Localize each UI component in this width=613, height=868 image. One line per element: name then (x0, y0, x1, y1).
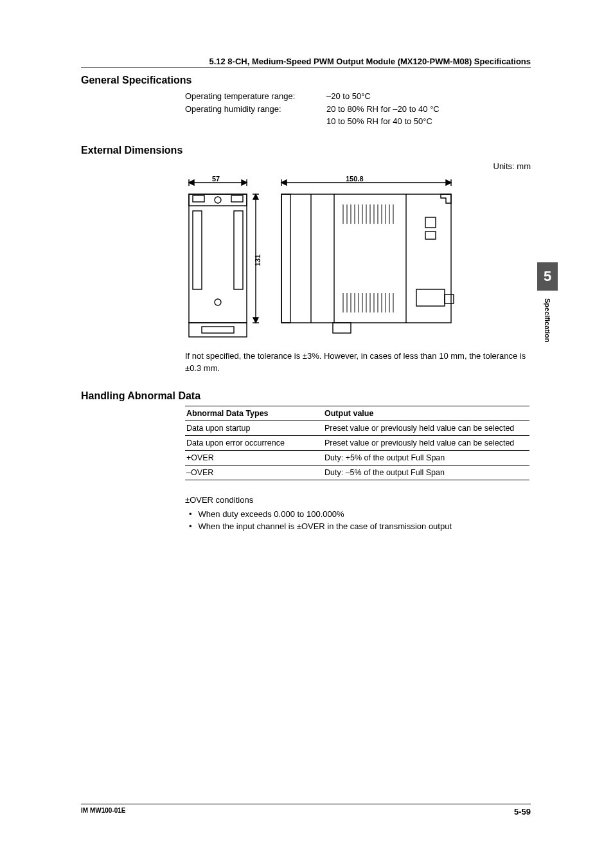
running-header-text: 5.12 8-CH, Medium-Speed PWM Output Modul… (81, 57, 531, 66)
svg-rect-26 (281, 194, 290, 323)
svg-marker-23 (281, 180, 287, 185)
spec-label: Operating humidity range: (185, 103, 326, 116)
footer-page-number: 5-59 (514, 807, 531, 817)
module-drawing (185, 176, 468, 343)
condition-item: When the input channel is ±OVER in the c… (185, 521, 531, 533)
svg-marker-19 (253, 318, 258, 323)
spec-value: 10 to 50% RH for 40 to 50°C (326, 115, 432, 128)
svg-rect-8 (231, 195, 243, 202)
spec-row: Operating temperature range: –20 to 50°C (185, 90, 531, 103)
spec-label (185, 115, 326, 128)
table-row: Data upon startup Preset value or previo… (185, 420, 529, 435)
footer-doc-id: IM MW100-01E (81, 807, 125, 817)
table-cell: –OVER (185, 465, 323, 480)
abnormal-data-table: Abnormal Data Types Output value Data up… (185, 406, 529, 480)
over-conditions: ±OVER conditions When duty exceeds 0.000… (185, 494, 531, 534)
table-row: +OVER Duty: +5% of the output Full Span (185, 450, 529, 465)
spec-value: 20 to 80% RH for –20 to 40 °C (326, 103, 440, 116)
table-header-row: Abnormal Data Types Output value (185, 406, 529, 420)
table-header: Output value (323, 406, 529, 420)
svg-rect-58 (445, 294, 454, 303)
svg-marker-4 (242, 180, 247, 185)
units-label: Units: mm (81, 161, 531, 171)
spec-row: 10 to 50% RH for 40 to 50°C (185, 115, 531, 128)
svg-rect-5 (189, 194, 247, 323)
running-header: 5.12 8-CH, Medium-Speed PWM Output Modul… (81, 57, 531, 68)
chapter-thumb-tab: 5 Specification (537, 262, 558, 342)
svg-rect-57 (416, 289, 445, 306)
page-footer: IM MW100-01E 5-59 (81, 804, 531, 817)
spec-value: –20 to 50°C (326, 90, 371, 103)
svg-marker-3 (189, 180, 194, 185)
heading-general-specs: General Specifications (81, 75, 531, 86)
spec-row: Operating humidity range: 20 to 80% RH f… (185, 103, 531, 116)
svg-rect-14 (202, 327, 234, 333)
svg-rect-7 (193, 195, 204, 202)
heading-external-dimensions: External Dimensions (81, 145, 531, 156)
dim-depth-label: 150.8 (346, 175, 364, 183)
heading-abnormal-data: Handling Abnormal Data (81, 390, 531, 402)
page-content: 5.12 8-CH, Medium-Speed PWM Output Modul… (81, 57, 531, 533)
svg-rect-55 (425, 217, 436, 228)
table-header: Abnormal Data Types (185, 406, 323, 420)
svg-point-9 (215, 197, 221, 203)
table-cell: Duty: +5% of the output Full Span (323, 450, 529, 465)
svg-rect-59 (333, 323, 351, 333)
table-cell: +OVER (185, 450, 323, 465)
table-row: Data upon error occurrence Preset value … (185, 435, 529, 450)
chapter-label: Specification (544, 298, 551, 342)
svg-rect-6 (189, 194, 247, 206)
conditions-heading: ±OVER conditions (185, 494, 531, 507)
svg-rect-13 (189, 323, 247, 337)
table-cell: Preset value or previously held value ca… (323, 420, 529, 435)
table-cell: Preset value or previously held value ca… (323, 435, 529, 450)
dimension-diagram: 57 150.8 131 (185, 176, 468, 343)
table-cell: Data upon error occurrence (185, 435, 323, 450)
tolerance-note: If not specified, the tolerance is ±3%. … (185, 350, 531, 375)
table-row: –OVER Duty: –5% of the output Full Span (185, 465, 529, 480)
svg-rect-10 (193, 211, 202, 289)
svg-marker-24 (446, 180, 451, 185)
svg-rect-56 (425, 231, 436, 239)
spec-label: Operating temperature range: (185, 90, 326, 103)
table-cell: Data upon startup (185, 420, 323, 435)
table-cell: Duty: –5% of the output Full Span (323, 465, 529, 480)
condition-item: When duty exceeds 0.000 to 100.000% (185, 509, 531, 521)
svg-rect-11 (234, 211, 243, 289)
dim-height-label: 131 (254, 254, 262, 266)
svg-marker-18 (253, 194, 258, 199)
svg-point-12 (215, 299, 221, 305)
chapter-number: 5 (537, 262, 558, 291)
dim-width-label: 57 (212, 175, 220, 183)
